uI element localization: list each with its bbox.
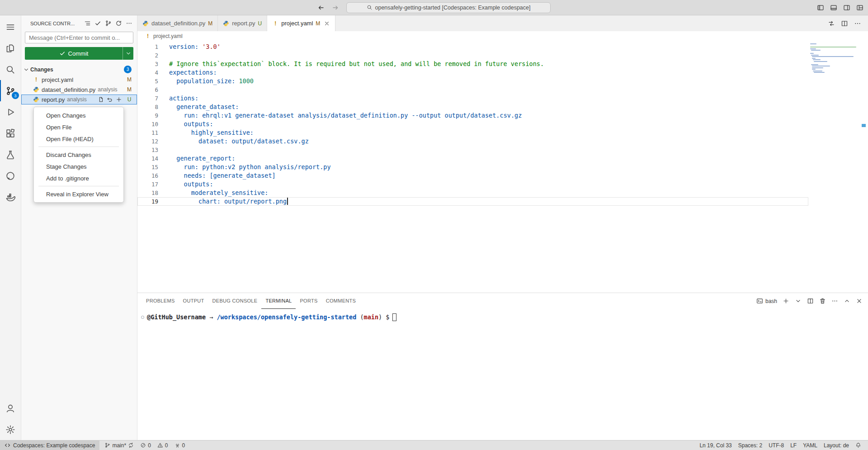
menu-item[interactable]: Reveal in Explorer View [34, 188, 123, 200]
branch-icon[interactable] [105, 20, 112, 27]
activitybar-run-debug[interactable] [0, 101, 21, 123]
panel-tab[interactable]: PROBLEMS [142, 293, 179, 309]
customize-layout-icon[interactable] [856, 4, 863, 11]
status-encoding[interactable]: UTF-8 [765, 442, 787, 449]
status-notifications[interactable] [852, 442, 864, 448]
scm-change-row[interactable]: !project.yamlM [21, 75, 137, 85]
status-warnings[interactable]: 0 [154, 442, 171, 449]
line-number: 7 [137, 94, 158, 103]
line-number: 15 [137, 163, 158, 171]
status-errors[interactable]: 0 [137, 442, 154, 449]
yaml-file-icon: ! [272, 20, 278, 27]
command-center-search[interactable]: opensafely-getting-started [Codespaces: … [346, 2, 551, 13]
stage-plus-icon[interactable] [116, 96, 122, 103]
status-language-mode[interactable]: YAML [800, 442, 821, 449]
menu-item[interactable]: Add to .gitignore [34, 172, 123, 184]
refresh-icon[interactable] [115, 20, 122, 27]
maximize-panel-chevron-icon[interactable] [844, 298, 850, 304]
code-editor[interactable]: 1version: '3.0'23# Ignore this`expectati… [137, 41, 868, 293]
editor-tab[interactable]: report.pyU [218, 15, 267, 31]
commit-message-input[interactable] [25, 32, 133, 43]
terminal[interactable]: @GitHub_Username → /workspaces/opensafel… [137, 309, 868, 440]
sidebar-header: SOURCE CONTR... [21, 15, 137, 31]
toggle-panel-icon[interactable] [830, 4, 837, 11]
git-status-badge: M [126, 76, 132, 83]
split-editor-icon[interactable] [841, 20, 848, 27]
kill-terminal-trash-icon[interactable] [819, 298, 826, 304]
account-icon [5, 403, 15, 413]
panel-tab[interactable]: COMMENTS [322, 293, 360, 309]
activitybar-docker[interactable] [0, 186, 21, 208]
line-number: 2 [137, 51, 158, 60]
warning-icon [157, 442, 163, 448]
discard-icon[interactable] [107, 96, 113, 103]
remote-indicator[interactable]: Codespaces: Example codespace [0, 441, 99, 450]
more-actions-icon[interactable] [854, 20, 861, 27]
activitybar-extensions[interactable] [0, 123, 21, 144]
new-terminal-plus-icon[interactable] [783, 298, 789, 304]
editor-tab[interactable]: dataset_definition.pyM [137, 15, 218, 31]
scm-change-row[interactable]: dataset_definition.pyanalysisM [21, 85, 137, 95]
terminal-icon [756, 298, 763, 304]
code-line: 17 outputs: [137, 180, 868, 189]
menu-item[interactable]: Open File [34, 121, 123, 133]
scm-change-row[interactable]: report.pyanalysisU [21, 95, 137, 104]
code-line: 6 [137, 85, 868, 94]
commit-dropdown-button[interactable] [123, 47, 133, 60]
commit-check-icon[interactable] [94, 20, 101, 27]
status-cursor-position[interactable]: Ln 19, Col 33 [696, 442, 735, 449]
activitybar-menu[interactable] [0, 16, 21, 38]
commit-button-main[interactable]: Commit [25, 47, 123, 60]
activitybar-accounts[interactable] [0, 398, 21, 419]
history-navigation [317, 4, 339, 11]
open-changes-icon[interactable] [828, 20, 835, 27]
status-indentation[interactable]: Spaces: 2 [735, 442, 765, 449]
view-as-list-icon[interactable] [84, 20, 91, 27]
activitybar-settings[interactable] [0, 419, 21, 440]
more-actions-icon[interactable] [126, 20, 132, 27]
search-icon [367, 5, 373, 10]
panel-tab[interactable]: PORTS [296, 293, 321, 309]
terminal-dropdown-chevron-icon[interactable] [795, 298, 802, 304]
menu-item[interactable]: Discard Changes [34, 149, 123, 161]
git-status-badge: M [316, 20, 320, 27]
split-terminal-icon[interactable] [807, 298, 814, 304]
status-ports[interactable]: 0 [171, 442, 189, 449]
code-line: 9 run: ehrql:v1 generate-dataset analysi… [137, 111, 868, 120]
minimap[interactable] [810, 43, 858, 74]
toggle-secondary-sidebar-icon[interactable] [843, 4, 850, 11]
panel-tab[interactable]: DEBUG CONSOLE [208, 293, 262, 309]
panel-tab[interactable]: TERMINAL [261, 293, 296, 309]
yaml-file-icon: ! [145, 33, 151, 39]
terminal-profile[interactable]: bash [756, 298, 777, 304]
goto-file-icon[interactable] [98, 96, 104, 103]
status-eol[interactable]: LF [787, 442, 800, 449]
python-file-icon [33, 86, 39, 93]
activitybar-explorer[interactable] [0, 38, 21, 59]
toggle-sidebar-icon[interactable] [817, 4, 824, 11]
activitybar-source-control[interactable]: 3 [0, 80, 21, 101]
line-number: 8 [137, 103, 158, 111]
menu-item[interactable]: Open File (HEAD) [34, 133, 123, 145]
forward-arrow-icon[interactable] [332, 4, 339, 11]
git-status-badge: M [208, 20, 212, 27]
activitybar-testing[interactable] [0, 144, 21, 165]
back-arrow-icon[interactable] [317, 4, 325, 11]
breadcrumb[interactable]: ! project.yaml [137, 31, 868, 41]
changes-section-header[interactable]: Changes 3 [21, 64, 137, 75]
line-number: 13 [137, 146, 158, 154]
overview-ruler-mark [862, 124, 866, 127]
status-branch-status[interactable]: main* [101, 442, 137, 449]
commit-button[interactable]: Commit [25, 47, 133, 60]
menu-item[interactable]: Open Changes [34, 109, 123, 121]
activitybar-github[interactable] [0, 165, 21, 186]
status-keyboard-layout[interactable]: Layout: de [821, 442, 852, 449]
menu-item[interactable]: Stage Changes [34, 161, 123, 172]
panel-more-icon[interactable] [831, 298, 838, 304]
activitybar-search[interactable] [0, 59, 21, 80]
panel-tab[interactable]: OUTPUT [179, 293, 208, 309]
editor-tab[interactable]: !project.yamlM [267, 15, 335, 31]
changes-label: Changes [30, 66, 53, 73]
close-panel-icon[interactable] [856, 298, 863, 304]
close-icon[interactable] [324, 20, 330, 27]
